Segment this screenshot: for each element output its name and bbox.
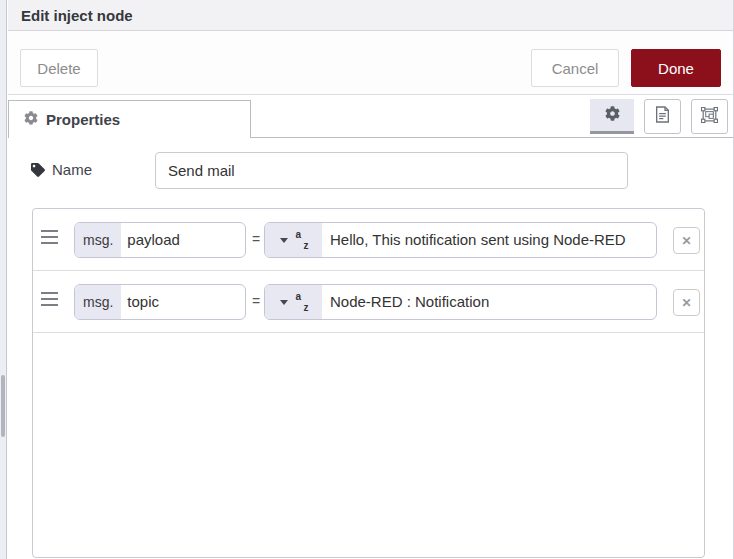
dialog-toolbar: Delete Cancel Done <box>8 31 733 95</box>
property-key[interactable]: topic <box>121 285 159 319</box>
edit-inject-node-dialog: Edit inject node Delete Cancel Done Prop… <box>0 0 734 559</box>
typed-input: az Hello, This notification sent using N… <box>264 222 657 258</box>
description-tab-button[interactable] <box>644 99 681 134</box>
chevron-down-icon <box>280 238 288 243</box>
gear-icon <box>605 106 620 125</box>
property-value-input[interactable]: Hello, This notification sent using Node… <box>322 223 626 257</box>
type-select-button[interactable]: az <box>265 285 322 319</box>
equals-sign: = <box>252 231 260 247</box>
tab-properties-label: Properties <box>46 111 120 128</box>
string-type-icon: az <box>296 231 308 249</box>
typed-input: az Node-RED : Notification <box>264 284 657 320</box>
string-type-icon: az <box>296 293 308 311</box>
cancel-button[interactable]: Cancel <box>531 49 619 87</box>
property-value-input[interactable]: Node-RED : Notification <box>322 285 489 319</box>
msg-prefix: msg. <box>75 223 121 257</box>
drag-handle-icon[interactable] <box>41 292 58 310</box>
appearance-icon <box>701 107 718 127</box>
type-select-button[interactable]: az <box>265 223 322 257</box>
name-input[interactable] <box>155 152 628 189</box>
dialog-header: Edit inject node <box>8 0 733 31</box>
name-field-row: Name <box>31 152 733 189</box>
delete-button[interactable]: Delete <box>20 49 98 87</box>
chevron-down-icon <box>280 300 288 305</box>
inject-properties-list: msg. payload = az Hello, This notificati… <box>32 208 705 558</box>
properties-tab-button[interactable] <box>590 99 634 134</box>
property-key[interactable]: payload <box>121 223 180 257</box>
drag-handle-icon[interactable] <box>41 230 58 248</box>
tag-icon <box>31 163 45 177</box>
property-row-topic: msg. topic = az Node-RED : Notification … <box>33 271 704 333</box>
name-label: Name <box>52 161 92 178</box>
tray-resize-bar[interactable] <box>0 0 7 559</box>
equals-sign: = <box>252 293 260 309</box>
tray-resize-handle[interactable] <box>1 375 5 437</box>
appearance-tab-button[interactable] <box>691 99 728 134</box>
gear-icon <box>24 111 38 129</box>
tab-toolbar-buttons <box>590 99 728 134</box>
name-field-label-group: Name <box>31 161 92 178</box>
property-key-field[interactable]: msg. payload <box>74 222 246 258</box>
done-button[interactable]: Done <box>631 49 721 87</box>
property-row-payload: msg. payload = az Hello, This notificati… <box>33 209 704 271</box>
doc-icon <box>655 106 670 127</box>
property-key-field[interactable]: msg. topic <box>74 284 246 320</box>
msg-prefix: msg. <box>75 285 121 319</box>
remove-row-button[interactable]: ✕ <box>673 227 700 254</box>
remove-row-button[interactable]: ✕ <box>673 289 700 316</box>
dialog-title: Edit inject node <box>8 0 733 24</box>
tab-bar: Properties <box>8 95 733 138</box>
tab-properties[interactable]: Properties <box>8 100 251 138</box>
